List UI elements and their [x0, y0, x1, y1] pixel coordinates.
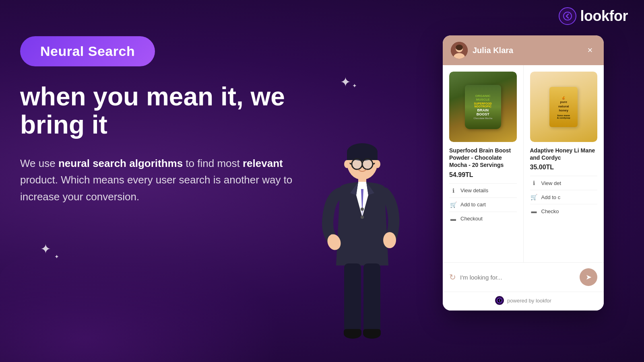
view-details-label-1: View details: [460, 187, 488, 193]
svg-rect-20: [344, 329, 361, 335]
chat-search-area: ↻ ➤: [443, 262, 604, 292]
product-view-details-2[interactable]: ℹ View det: [530, 176, 598, 190]
refresh-icon[interactable]: ↻: [449, 272, 456, 282]
info-icon-1: ℹ: [449, 187, 457, 195]
product-image-2: 🍯purenaturalhoney lions mane& cordycep: [530, 72, 598, 142]
logo-icon: [559, 7, 576, 25]
product-name-2: Adaptive Honey Li Mane and Cordyc: [530, 147, 598, 161]
left-content: Neural Search when you mean it, we bring…: [20, 36, 342, 206]
body-bold-relevant: relevant: [243, 157, 283, 169]
checkout-icon-1: ▬: [449, 215, 457, 223]
svg-point-9: [344, 160, 350, 168]
body-text-part2: to find most: [183, 157, 243, 169]
checkout-label-1: Checkout: [460, 216, 483, 222]
hero-headline: when you mean it, we bring it: [20, 82, 342, 139]
product-name-1: Superfood Brain Boost Powder - Chocolate…: [449, 147, 517, 169]
svg-point-14: [383, 232, 396, 248]
svg-rect-3: [347, 152, 378, 160]
svg-point-27: [497, 298, 502, 303]
cart-icon-1: 🛒: [449, 201, 457, 209]
product-checkout-2[interactable]: ▬ Checko: [530, 204, 598, 218]
svg-point-4: [352, 159, 362, 169]
product-add-to-cart-1[interactable]: 🛒 Add to cart: [449, 197, 517, 212]
send-button[interactable]: ➤: [580, 268, 597, 286]
logo-text: lookfor: [580, 8, 628, 25]
header: lookfor: [0, 0, 644, 32]
product-price-1: 54.99TL: [449, 171, 517, 179]
sparkle-icon-2: ✦: [352, 82, 357, 89]
svg-point-10: [375, 160, 380, 168]
view-details-label-2: View det: [541, 180, 561, 186]
products-container: ORGANICMUSCLE SUPERFOODNOOTROPIC BRAINBO…: [443, 65, 604, 262]
product-card-1: ORGANICMUSCLE SUPERFOODNOOTROPIC BRAINBO…: [443, 65, 524, 262]
close-button[interactable]: ×: [584, 45, 596, 56]
body-text-part1: We use: [20, 157, 58, 169]
character-svg: [322, 137, 402, 362]
chat-header: Julia Klara ×: [443, 35, 604, 65]
svg-rect-22: [363, 329, 381, 335]
body-bold-neural: neural search algorithms: [58, 157, 183, 169]
svg-point-26: [456, 45, 463, 50]
svg-point-15: [361, 208, 364, 211]
sparkle-icon-3: ✦: [40, 241, 51, 257]
svg-point-16: [361, 216, 364, 219]
chat-widget: Julia Klara × ORGANICMUSCLE SUPERFOODNOO…: [443, 35, 604, 311]
chat-header-left: Julia Klara: [451, 42, 513, 59]
svg-rect-18: [363, 263, 380, 332]
add-to-cart-label-1: Add to cart: [460, 202, 486, 208]
add-to-cart-label-2: Add to c: [541, 194, 561, 200]
avatar: [451, 42, 468, 59]
svg-point-0: [564, 12, 572, 20]
checkout-label-2: Checko: [541, 208, 559, 214]
info-icon-2: ℹ: [530, 179, 538, 187]
logo[interactable]: lookfor: [559, 7, 628, 25]
lookfor-powered-icon: [495, 296, 504, 305]
neural-search-badge: Neural Search: [20, 36, 155, 66]
neural-badge-text: Neural Search: [40, 43, 135, 59]
product-price-2: 35.00TL: [530, 164, 598, 171]
product-checkout-1[interactable]: ▬ Checkout: [449, 212, 517, 226]
sparkle-icon-4: ✦: [54, 253, 59, 260]
powered-by-footer: powered by lookfor: [443, 292, 604, 311]
product-image-1: ORGANICMUSCLE SUPERFOODNOOTROPIC BRAINBO…: [449, 72, 517, 142]
cart-icon-2: 🛒: [530, 193, 538, 201]
product-add-to-cart-2[interactable]: 🛒 Add to c: [530, 190, 598, 204]
character-figure: [314, 121, 411, 362]
product-view-details-1[interactable]: ℹ View details: [449, 183, 517, 197]
hero-body: We use neural search algorithms to find …: [20, 155, 310, 206]
background-wave: [0, 241, 282, 362]
search-input[interactable]: [460, 274, 576, 281]
checkout-icon-2: ▬: [530, 207, 538, 215]
svg-point-5: [362, 159, 373, 169]
product-card-2: 🍯purenaturalhoney lions mane& cordycep A…: [524, 65, 604, 262]
chat-username: Julia Klara: [473, 46, 513, 55]
body-text-part3: product. Which means every user search i…: [20, 174, 292, 203]
svg-rect-17: [344, 263, 361, 332]
powered-by-text: powered by lookfor: [507, 298, 551, 304]
